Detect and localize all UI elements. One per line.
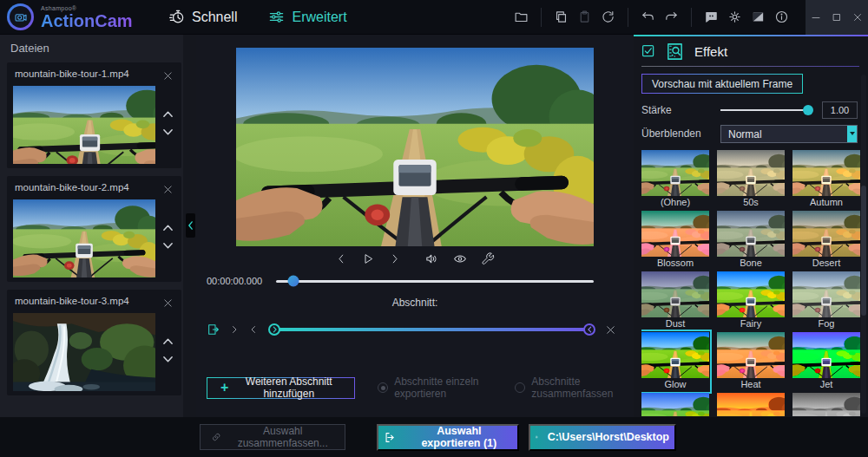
effect-tile[interactable]: Desert (792, 211, 860, 270)
effect-thumbnail (717, 150, 785, 196)
chevron-down-icon[interactable] (847, 126, 857, 142)
feedback-button[interactable] (700, 5, 723, 29)
radio-icon (515, 382, 525, 393)
file-name: mountain-bike-tour-1.mp4 (13, 67, 155, 84)
sliders-icon (268, 9, 285, 25)
section-end-handle[interactable] (583, 323, 595, 336)
remove-file-button[interactable] (155, 294, 180, 311)
next-frame-button[interactable] (388, 251, 401, 266)
chevron-left-icon (248, 323, 259, 336)
move-file-down-button[interactable] (162, 242, 174, 250)
close-button[interactable] (847, 0, 868, 35)
preview-toggle-button[interactable] (452, 251, 468, 266)
previous-frame-button[interactable] (335, 251, 348, 266)
tab-schnell[interactable]: Schnell (168, 9, 237, 25)
radio-export-individually[interactable]: Abschnitte einzeln exportieren (378, 375, 496, 400)
chevron-down-icon (162, 128, 174, 136)
merge-selection-button[interactable]: Auswahl zusammenfassen... (200, 424, 345, 450)
effect-tile[interactable]: Autumn (792, 150, 860, 209)
minimize-button[interactable] (806, 0, 826, 35)
remove-section-button[interactable] (605, 324, 616, 336)
export-selection-label: Auswahl exportieren (1) (406, 425, 512, 449)
effect-thumbnail (641, 271, 709, 317)
play-button[interactable] (361, 251, 375, 266)
theme-button[interactable] (746, 5, 770, 29)
blend-mode-select[interactable]: Normal (720, 125, 858, 143)
effect-tile[interactable]: (Ohne) (641, 150, 709, 209)
file-card[interactable]: mountain-bike-tour-3.mp4 (7, 290, 181, 395)
export-selection-button[interactable]: Auswahl exportieren (1) (377, 424, 519, 451)
effect-name: Bone (740, 257, 762, 270)
copy-button[interactable] (549, 5, 573, 29)
settings-button[interactable] (723, 5, 746, 29)
video-preview[interactable] (236, 48, 594, 246)
strength-value[interactable]: 1.00 (822, 101, 858, 119)
effects-panel: Effekt Vorschau mit aktuellem Frame Stär… (634, 35, 868, 417)
effects-scrollbar-thumb[interactable] (861, 186, 866, 316)
undo-button[interactable] (636, 5, 660, 29)
export-mode-radios: Abschnitte einzeln exportieren Abschnitt… (378, 375, 628, 400)
tools-button[interactable] (481, 251, 495, 266)
effect-thumbnail (717, 332, 785, 378)
camera-icon (14, 10, 28, 24)
file-card[interactable]: mountain-bike-tour-1.mp4 (7, 62, 181, 168)
move-file-down-button[interactable] (162, 128, 174, 136)
remove-file-button[interactable] (155, 180, 180, 198)
section-range-track[interactable] (274, 328, 589, 331)
effect-tile[interactable]: Bone (717, 211, 785, 270)
output-path-button[interactable]: C:\Users\Horst\Desktop (529, 424, 676, 451)
effect-enabled-checkbox[interactable] (641, 44, 655, 58)
effect-tile[interactable] (641, 393, 709, 416)
effect-tile[interactable]: Fairy (717, 271, 785, 330)
export-section-button[interactable] (207, 323, 220, 336)
effects-scrollbar[interactable] (861, 75, 866, 414)
reset-button[interactable] (596, 5, 620, 29)
effect-tile[interactable]: Dust (641, 271, 709, 330)
info-button[interactable] (770, 5, 793, 29)
playback-slider[interactable] (276, 280, 594, 283)
strength-slider-handle[interactable] (803, 105, 813, 115)
effect-tile[interactable]: Heat (717, 332, 785, 391)
effects-title: Effekt (694, 44, 727, 59)
move-file-down-button[interactable] (162, 356, 174, 363)
move-file-up-button[interactable] (162, 337, 174, 345)
paste-button[interactable] (573, 5, 596, 29)
effect-tile[interactable] (792, 393, 860, 416)
strength-slider[interactable] (720, 109, 812, 111)
effect-tile[interactable]: Fog (792, 271, 860, 330)
jump-end-button[interactable] (248, 323, 259, 336)
effect-tile[interactable]: Glow (641, 332, 709, 391)
jump-start-button[interactable] (229, 323, 240, 336)
maximize-button[interactable] (826, 0, 847, 35)
file-card[interactable]: mountain-bike-tour-2.mp4 (7, 176, 181, 282)
playback-slider-handle[interactable] (288, 276, 299, 287)
file-thumbnail[interactable] (13, 313, 155, 391)
chevron-right-icon (272, 326, 278, 333)
close-icon (605, 324, 616, 336)
collapse-files-panel-button[interactable] (186, 213, 195, 238)
tab-erweitert[interactable]: Erweitert (268, 9, 346, 25)
play-icon (361, 251, 375, 266)
volume-button[interactable] (424, 251, 439, 266)
file-thumbnail[interactable] (13, 199, 155, 277)
remove-file-button[interactable] (155, 67, 180, 84)
export-section-icon (207, 323, 220, 336)
section-start-handle[interactable] (268, 323, 280, 336)
effect-tile[interactable]: Blossom (641, 211, 709, 270)
effect-thumbnail (641, 150, 709, 196)
effect-tile[interactable]: Jet (792, 332, 860, 391)
add-section-button[interactable]: + Weiteren Abschnitt hinzufügen (207, 377, 355, 399)
files-panel: Dateien mountain-bike-tour-1.mp4 (0, 35, 196, 417)
redo-button[interactable] (660, 5, 683, 29)
preview-current-frame-button[interactable]: Vorschau mit aktuellem Frame (641, 74, 803, 94)
file-thumbnail[interactable] (13, 86, 155, 164)
gear-icon (727, 10, 742, 24)
move-file-up-button[interactable] (162, 110, 174, 118)
effect-tile[interactable]: 50s (717, 150, 785, 209)
effect-tile[interactable] (717, 393, 785, 416)
move-file-up-button[interactable] (162, 224, 174, 232)
section-range-slider[interactable] (274, 321, 589, 338)
radio-merge-sections[interactable]: Abschnitte zusammenfassen (515, 375, 628, 400)
chevron-up-icon (162, 337, 174, 345)
open-folder-button[interactable] (510, 5, 533, 29)
